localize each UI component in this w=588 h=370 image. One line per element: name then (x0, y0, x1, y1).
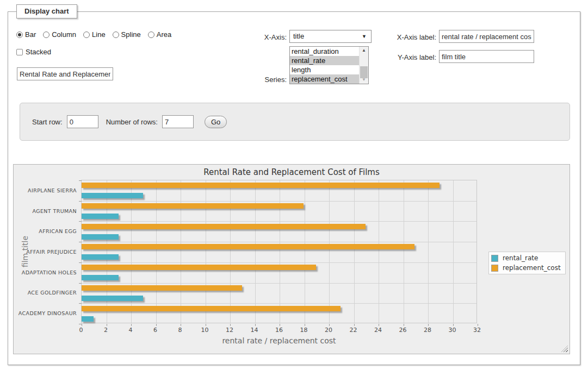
x-tick-mark (453, 324, 454, 326)
bar-replacement_cost (82, 265, 316, 270)
x-tick-mark (404, 324, 404, 326)
num-rows-label: Number of rows: (106, 118, 158, 126)
y-category-label: AFRICAN EGG (14, 228, 77, 234)
series-listbox[interactable]: rental_durationrental_ratelengthreplacem… (289, 46, 369, 84)
x-tick-label: 14 (251, 327, 258, 334)
x-tick-mark (478, 324, 478, 326)
num-rows-input[interactable] (162, 115, 194, 128)
y-category-label: ACE GOLDFINGER (14, 290, 77, 296)
y-axis-label-input[interactable] (439, 50, 534, 63)
x-axis-field-label: X-Axis: (239, 33, 287, 41)
bar-band (82, 303, 476, 324)
y-tick-mark (79, 324, 82, 324)
chart-type-radio-column[interactable]: Column (43, 30, 76, 39)
x-tick-mark (255, 324, 256, 326)
stacked-checkbox[interactable] (16, 49, 23, 55)
legend-label: rental_rate (503, 254, 538, 262)
go-button[interactable]: Go (205, 116, 227, 128)
x-tick-mark (305, 324, 305, 326)
bar-rental_rate (82, 193, 143, 198)
chart-type-radio-area[interactable]: Area (148, 30, 171, 39)
radio-icon[interactable] (148, 32, 154, 38)
series-option-replacement_cost[interactable]: replacement_cost (290, 74, 359, 84)
x-tick-mark (428, 324, 429, 326)
bar-band (82, 242, 476, 262)
x-tick-mark (131, 324, 132, 326)
bar-rental_rate (82, 214, 119, 219)
resize-handle-icon[interactable] (561, 346, 568, 352)
bar-replacement_cost (82, 244, 414, 249)
x-axis-label-field-label: X-Axis label: (387, 33, 436, 41)
y-category-label: AIRPLANE SIERRA (14, 187, 77, 193)
x-tick-label: 2 (104, 327, 108, 334)
x-tick-mark (107, 324, 107, 326)
x-tick-label: 22 (350, 327, 357, 334)
x-tick-label: 6 (153, 327, 157, 334)
x-tick-mark (230, 324, 231, 326)
chart-type-radio-line[interactable]: Line (83, 30, 106, 39)
y-axis-label-field-label: Y-Axis label: (387, 53, 436, 61)
bar-replacement_cost (82, 306, 341, 311)
x-tick-mark (280, 324, 280, 326)
bar-rental_rate (82, 254, 119, 260)
x-tick-label: 16 (275, 327, 283, 334)
radio-label: Spline (121, 30, 141, 39)
y-category-label: ADAPTATION HOLES (14, 269, 77, 275)
radio-icon[interactable] (43, 32, 49, 38)
radio-icon[interactable] (16, 32, 23, 38)
series-option-rental_rate[interactable]: rental_rate (290, 56, 359, 65)
listbox-scrollbar[interactable]: ▲ ▼ (359, 47, 368, 84)
bar-band (82, 201, 476, 222)
bar-band (82, 283, 476, 304)
x-axis-selected-value: title (293, 32, 304, 40)
row-controls-panel: Start row: Number of rows: Go (20, 103, 570, 141)
x-axis-select[interactable]: title ▼ (289, 30, 372, 43)
fieldset-legend: Display chart (16, 4, 77, 18)
radio-icon[interactable] (83, 32, 90, 38)
x-tick-mark (156, 324, 157, 326)
stacked-label: Stacked (26, 48, 51, 56)
chart-type-radio-spline[interactable]: Spline (113, 30, 141, 39)
x-axis-label-input[interactable] (439, 30, 534, 43)
chart-title: Rental Rate and Replacement Cost of Film… (14, 167, 570, 177)
series-option-length[interactable]: length (290, 65, 359, 74)
x-tick-mark (329, 324, 330, 326)
chart-legend: rental_ratereplacement_cost (488, 252, 566, 274)
x-tick-label: 0 (79, 327, 83, 334)
start-row-input[interactable] (67, 115, 98, 128)
x-tick-label: 12 (226, 327, 233, 334)
legend-label: replacement_cost (503, 264, 561, 272)
x-tick-label: 26 (399, 327, 407, 334)
radio-icon[interactable] (113, 32, 119, 38)
series-options: rental_durationrental_ratelengthreplacem… (290, 47, 368, 84)
scroll-up-icon[interactable]: ▲ (360, 47, 368, 54)
x-tick-label: 32 (473, 327, 481, 334)
x-tick-label: 30 (449, 327, 456, 334)
x-tick-mark (354, 324, 355, 326)
bar-replacement_cost (82, 203, 304, 209)
series-field-label: Series: (239, 76, 287, 84)
stacked-option[interactable]: Stacked (16, 48, 51, 56)
bar-band (82, 180, 476, 201)
scroll-down-icon[interactable]: ▼ (360, 76, 368, 84)
legend-swatch-icon (491, 255, 498, 262)
x-tick-mark (181, 324, 181, 326)
y-category-label: AFFAIR PREJUDICE (14, 249, 77, 255)
x-tick-label: 24 (374, 327, 382, 334)
radio-label: Line (92, 30, 106, 39)
plot-area (81, 180, 477, 323)
x-tick-mark (206, 324, 206, 326)
series-option-rental_duration[interactable]: rental_duration (290, 47, 359, 56)
chart-type-radio-bar[interactable]: Bar (16, 30, 36, 39)
chart-title-input[interactable] (17, 67, 113, 80)
bar-rental_rate (82, 275, 119, 280)
bar-replacement_cost (82, 224, 366, 229)
legend-swatch-icon (491, 265, 498, 272)
radio-label: Bar (25, 30, 36, 39)
bar-rental_rate (82, 296, 143, 301)
bar-band (82, 221, 476, 242)
chart-container: Rental Rate and Replacement Cost of Film… (13, 164, 570, 354)
x-axis-title: rental rate / replacement cost (81, 336, 477, 345)
chart-type-radio-group: BarColumnLineSplineArea (16, 30, 171, 39)
bar-rental_rate (82, 234, 119, 240)
